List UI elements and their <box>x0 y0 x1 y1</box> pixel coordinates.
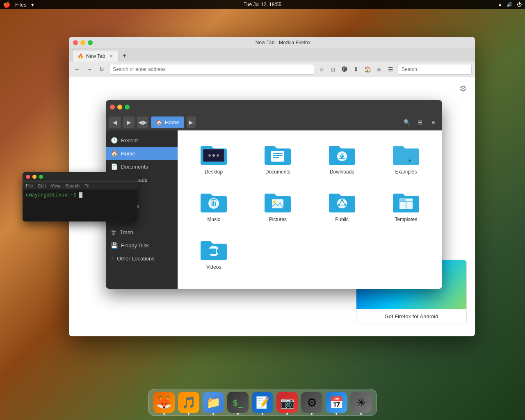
folder-pictures-label: Pictures <box>269 217 287 222</box>
files-grid: Desktop Documents <box>186 139 434 273</box>
dock-item-calendar[interactable]: 📅 <box>326 392 347 413</box>
folder-desktop-label: Desktop <box>205 169 223 175</box>
menu-icon[interactable]: ☰ <box>386 64 395 74</box>
dock: 🦊 🎵 📁 $_ 📝 📷 ⚙ 📅 ✳ <box>148 389 377 416</box>
terminal-menu-file[interactable]: File <box>26 183 33 188</box>
terminal-menubar: File Edit View Search Te <box>23 181 137 189</box>
add-icon: + <box>111 256 114 261</box>
dock-item-settings[interactable]: ⚙ <box>301 392 322 413</box>
forward-btn[interactable]: → <box>84 64 94 74</box>
terminal-body[interactable]: umayanga@Linux:~$ <box>23 189 137 200</box>
folder-templates[interactable]: Templates <box>378 186 434 226</box>
dock-item-firefox[interactable]: 🦊 <box>153 392 175 413</box>
sidebar-trash-label: Trash <box>120 229 133 235</box>
files-path-arrow[interactable]: ▶ <box>187 116 196 128</box>
files-main: Desktop Documents <box>178 130 442 289</box>
terminal-menu-edit[interactable]: Edit <box>38 183 46 188</box>
star-icon[interactable]: ☆ <box>317 64 326 74</box>
folder-documents-label: Documents <box>265 169 290 175</box>
terminal-menu-te[interactable]: Te <box>84 183 89 188</box>
firefox-max-btn[interactable] <box>88 40 93 45</box>
folder-music-label: Music <box>207 217 220 222</box>
search-bar[interactable] <box>398 64 472 75</box>
folder-music[interactable]: Music <box>186 186 242 226</box>
sidebar-documents-label: Documents <box>121 164 148 170</box>
new-tab-btn[interactable]: + <box>119 51 129 61</box>
firefox-tab-newtab[interactable]: 🔥 New Tab ✕ <box>72 50 119 62</box>
home-folder-icon: 🏠 <box>156 119 162 126</box>
svg-rect-6 <box>271 151 284 162</box>
firefox-min-btn[interactable] <box>80 40 85 45</box>
files-close-btn[interactable] <box>110 105 115 110</box>
folder-pictures[interactable]: Pictures <box>250 186 306 226</box>
sidebar-item-trash[interactable]: 🗑 Trash <box>106 226 178 239</box>
sidebar-item-home[interactable]: 🏠 Home <box>106 147 178 160</box>
files-titlebar <box>106 100 442 114</box>
files-body: 🕐 Recent 🏠 Home 📄 Documents 📥 Downloads … <box>106 130 442 289</box>
sidebar-item-other-locations[interactable]: + Other Locations <box>106 252 178 265</box>
dock-item-system[interactable]: ✳ <box>350 392 372 413</box>
tab-label: New Tab <box>86 53 105 59</box>
files-toggle-btn[interactable]: ◀▶ <box>137 116 148 128</box>
terminal-menu-search[interactable]: Search <box>65 183 80 188</box>
tab-favicon: 🔥 <box>78 53 84 59</box>
back-btn[interactable]: ← <box>72 64 82 74</box>
folder-videos[interactable]: Videos <box>186 234 242 273</box>
firefox-window-title: New Tab - Mozilla Firefox <box>95 40 471 46</box>
files-max-btn[interactable] <box>125 105 130 110</box>
files-menu-btn[interactable]: ≡ <box>427 116 439 128</box>
folder-videos-label: Videos <box>206 264 221 270</box>
menu-bar-time: Tue Jul 12, 18:55 <box>244 2 281 7</box>
folder-public[interactable]: Public <box>314 186 370 226</box>
terminal-cursor <box>79 192 82 198</box>
pocket-icon[interactable]: 🅟 <box>340 64 349 74</box>
terminal-close-btn[interactable] <box>26 175 30 179</box>
files-back-btn[interactable]: ◀ <box>109 116 121 128</box>
terminal-max-btn[interactable] <box>39 175 43 179</box>
svg-rect-27 <box>208 249 216 254</box>
files-path-home[interactable]: 🏠 Home <box>151 116 184 128</box>
download-icon[interactable]: ⬇ <box>351 64 361 74</box>
dock-item-camera[interactable]: 📷 <box>276 392 298 413</box>
sidebar-recent-label: Recent <box>121 137 138 144</box>
files-search-btn[interactable]: 🔍 <box>401 116 413 128</box>
browser-gear-icon[interactable]: ⚙ <box>459 84 467 94</box>
sidebar-home-label: Home <box>121 151 135 157</box>
sidebar-item-documents[interactable]: 📄 Documents <box>106 160 178 173</box>
dock-item-vlc[interactable]: 🎵 <box>178 392 199 413</box>
dock-item-notes[interactable]: 📝 <box>252 392 273 413</box>
sidebar-item-floppy[interactable]: 💾 Floppy Disk <box>106 239 178 252</box>
reader-icon[interactable]: ⊡ <box>328 64 338 74</box>
files-min-btn[interactable] <box>117 105 122 110</box>
terminal-min-btn[interactable] <box>32 175 37 179</box>
toolbar-icons: ☆ ⊡ 🅟 ⬇ 🏠 ☺ ☰ <box>317 64 395 74</box>
ff-android-text: Get Firefox for Android <box>356 309 466 324</box>
folder-examples-label: Examples <box>395 169 417 175</box>
volume-icon[interactable]: 🔊 <box>507 2 513 7</box>
svg-point-5 <box>217 154 219 157</box>
tab-close[interactable]: ✕ <box>109 53 113 59</box>
folder-downloads[interactable]: Downloads <box>314 139 370 178</box>
firefox-close-btn[interactable] <box>73 40 78 45</box>
folder-desktop[interactable]: Desktop <box>186 139 242 178</box>
dock-item-files[interactable]: 📁 <box>203 392 224 413</box>
url-bar[interactable] <box>109 64 314 75</box>
reload-btn[interactable]: ↻ <box>97 64 107 74</box>
files-grid-btn[interactable]: ⊞ <box>414 116 426 128</box>
dock-item-terminal[interactable]: $_ <box>227 392 249 413</box>
apple-menu[interactable]: 🍎 <box>3 1 10 8</box>
home-icon[interactable]: 🏠 <box>363 64 372 74</box>
power-icon[interactable]: ⏻ <box>517 2 522 7</box>
documents-icon: 📄 <box>111 163 118 170</box>
sync-icon[interactable]: ☺ <box>374 64 384 74</box>
folder-documents[interactable]: Documents <box>250 139 306 178</box>
terminal-titlebar <box>23 172 137 181</box>
app-menu-arrow[interactable]: ▾ <box>31 2 34 8</box>
folder-downloads-label: Downloads <box>330 169 354 175</box>
sidebar-item-recent[interactable]: 🕐 Recent <box>106 134 178 147</box>
files-forward-btn[interactable]: ▶ <box>123 116 135 128</box>
folder-examples[interactable]: Examples <box>378 139 434 178</box>
terminal-menu-view[interactable]: View <box>51 183 61 188</box>
app-name[interactable]: Files <box>15 2 26 8</box>
terminal-window: File Edit View Search Te umayanga@Linux:… <box>23 172 137 221</box>
